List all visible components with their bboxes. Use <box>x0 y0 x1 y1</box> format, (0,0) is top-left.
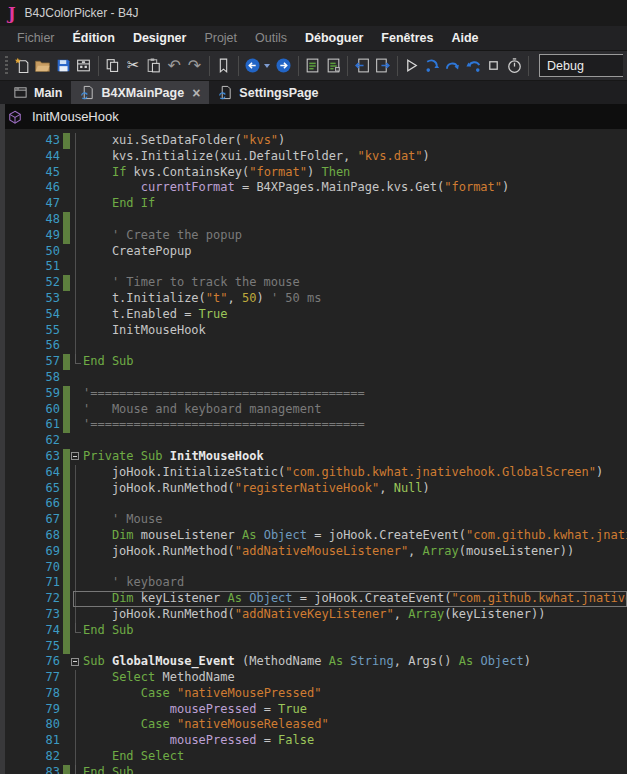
menu-fichier[interactable]: Fichier <box>8 28 64 48</box>
code-line-45[interactable]: 45 If kvs.ContainsKey("format") Then <box>0 165 627 181</box>
step-out-button[interactable] <box>464 54 482 78</box>
code-line-82[interactable]: 82 End Select <box>0 749 627 765</box>
build-mode-combo[interactable]: Debug <box>539 54 623 77</box>
shift-right-button[interactable] <box>373 54 391 78</box>
code-text: '====================================== <box>82 386 627 402</box>
code-line-47[interactable]: 47 End If <box>0 196 627 212</box>
code-line-81[interactable]: 81 mousePressed = False <box>0 733 627 749</box>
fold-collapse-icon[interactable] <box>70 654 82 670</box>
menu-projet[interactable]: Projet <box>195 28 246 48</box>
line-number: 69 <box>0 544 60 560</box>
code-line-43[interactable]: 43 xui.SetDataFolder("kvs") <box>0 133 627 149</box>
menu-fenetres[interactable]: Fenêtres <box>372 28 442 48</box>
menu-designer[interactable]: Designer <box>124 28 196 48</box>
change-mark <box>63 449 70 465</box>
code-line-65[interactable]: 65 joHook.RunMethod("registerNativeHook"… <box>0 481 627 497</box>
code-line-80[interactable]: 80 Case "nativeMouseReleased" <box>0 717 627 733</box>
code-line-75[interactable]: 75 <box>0 639 627 655</box>
code-line-74[interactable]: 74End Sub <box>0 623 627 639</box>
code-line-53[interactable]: 53 t.Initialize("t", 50) ' 50 ms <box>0 291 627 307</box>
code-line-44[interactable]: 44 kvs.Initialize(xui.DefaultFolder, "kv… <box>0 149 627 165</box>
fold-margin <box>70 512 82 528</box>
stop-button[interactable] <box>484 54 502 78</box>
nav-back-button[interactable] <box>244 54 262 78</box>
code-line-72[interactable]: 72 Dim keyListener As Object = joHook.Cr… <box>0 591 627 607</box>
code-line-71[interactable]: 71 ' keyboard <box>0 575 627 591</box>
toolbar-separator <box>238 56 239 76</box>
code-line-73[interactable]: 73 joHook.RunMethod("addNativeKeyListene… <box>0 607 627 623</box>
code-line-54[interactable]: 54 t.Enabled = True <box>0 307 627 323</box>
tab-close-icon[interactable]: × <box>192 86 200 100</box>
code-line-59[interactable]: 59'=====================================… <box>0 386 627 402</box>
new-project-icon <box>14 57 31 74</box>
cut-button[interactable]: ✂ <box>124 54 142 78</box>
shift-left-button[interactable] <box>353 54 371 78</box>
code-line-49[interactable]: 49 ' Create the popup <box>0 228 627 244</box>
code-line-52[interactable]: 52 ' Timer to track the mouse <box>0 275 627 291</box>
save-all-button[interactable] <box>74 54 92 78</box>
code-line-68[interactable]: 68 Dim mouseListener As Object = joHook.… <box>0 528 627 544</box>
code-line-62[interactable]: 62 <box>0 433 627 449</box>
redo-button[interactable]: ↷ <box>185 54 203 78</box>
code-line-51[interactable]: 51 <box>0 259 627 275</box>
code-line-50[interactable]: 50 CreatePopup <box>0 244 627 260</box>
change-mark <box>63 307 70 323</box>
code-line-63[interactable]: 63Private Sub InitMouseHook <box>0 449 627 465</box>
nav-back-dropdown-icon[interactable] <box>264 64 270 68</box>
tab-settingspage[interactable]: SettingsPage <box>209 81 327 104</box>
code-line-61[interactable]: 61'=====================================… <box>0 417 627 433</box>
code-line-64[interactable]: 64 joHook.InitializeStatic("com.github.k… <box>0 465 627 481</box>
line-number: 45 <box>0 165 60 181</box>
tab-b4xmainpage[interactable]: B4XMainPage× <box>71 81 209 104</box>
step-over-button[interactable] <box>444 54 462 78</box>
nav-forward-button[interactable] <box>274 54 292 78</box>
step-into-button[interactable] <box>423 54 441 78</box>
new-project-button[interactable] <box>13 54 31 78</box>
code-line-46[interactable]: 46 currentFormat = B4XPages.MainPage.kvs… <box>0 180 627 196</box>
menu-deboguer[interactable]: Déboguer <box>296 28 372 48</box>
open-project-button[interactable] <box>34 54 52 78</box>
fold-collapse-icon[interactable] <box>70 449 82 465</box>
change-mark <box>63 765 70 774</box>
code-line-77[interactable]: 77 Select MethodName <box>0 670 627 686</box>
code-line-69[interactable]: 69 joHook.RunMethod("addNativeMouseListe… <box>0 544 627 560</box>
toolbar-grip[interactable] <box>5 56 8 76</box>
code-text: Select MethodName <box>82 670 627 686</box>
save-button[interactable] <box>54 54 72 78</box>
bookmark-button[interactable] <box>215 54 233 78</box>
line-number: 82 <box>0 749 60 765</box>
code-line-66[interactable]: 66 <box>0 496 627 512</box>
code-line-70[interactable]: 70 <box>0 560 627 576</box>
line-number: 60 <box>0 402 60 418</box>
module-icon <box>8 110 22 124</box>
undo-button[interactable]: ↶ <box>165 54 183 78</box>
toolbar: ✂↶↷Debug <box>0 50 627 81</box>
tab-main[interactable]: Main <box>4 81 71 104</box>
rebuild-button[interactable] <box>505 54 523 78</box>
code-editor[interactable]: 43 xui.SetDataFolder("kvs")44 kvs.Initia… <box>0 129 627 774</box>
code-line-78[interactable]: 78 Case "nativeMousePressed" <box>0 686 627 702</box>
menu-aide[interactable]: Aide <box>442 28 487 48</box>
code-line-67[interactable]: 67 ' Mouse <box>0 512 627 528</box>
change-mark <box>63 370 70 386</box>
code-line-83[interactable]: 83End Sub <box>0 765 627 774</box>
menu-edition[interactable]: Édition <box>64 28 124 48</box>
code-line-60[interactable]: 60' Mouse and keyboard management <box>0 402 627 418</box>
code-line-58[interactable]: 58 <box>0 370 627 386</box>
run-button[interactable] <box>403 54 421 78</box>
code-line-79[interactable]: 79 mousePressed = True <box>0 702 627 718</box>
change-mark <box>63 702 70 718</box>
code-line-57[interactable]: 57End Sub <box>0 354 627 370</box>
comment-button[interactable] <box>303 54 321 78</box>
line-number: 73 <box>0 607 60 623</box>
copy-button[interactable] <box>104 54 122 78</box>
save-all-icon <box>75 57 92 74</box>
uncomment-button[interactable] <box>324 54 342 78</box>
code-line-76[interactable]: 76Sub GlobalMouse_Event (MethodName As S… <box>0 654 627 670</box>
paste-button[interactable] <box>144 54 162 78</box>
menu-outils[interactable]: Outils <box>246 28 296 48</box>
code-line-55[interactable]: 55 InitMouseHook <box>0 323 627 339</box>
save-icon <box>55 57 72 74</box>
code-line-56[interactable]: 56 <box>0 338 627 354</box>
code-line-48[interactable]: 48 <box>0 212 627 228</box>
